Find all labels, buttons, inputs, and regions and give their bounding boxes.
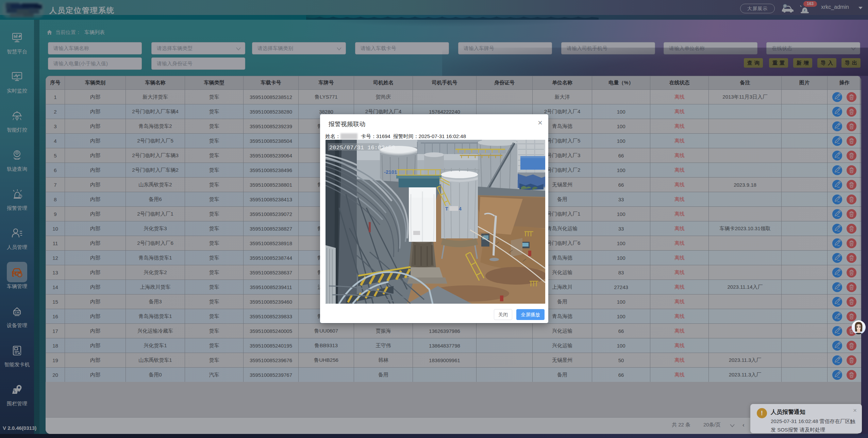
svg-text:T: T (445, 206, 448, 212)
svg-text:4: 4 (459, 206, 462, 212)
svg-text:-2101: -2101 (384, 169, 397, 175)
svg-text:2025/07/31 16:02:58: 2025/07/31 16:02:58 (329, 145, 395, 151)
